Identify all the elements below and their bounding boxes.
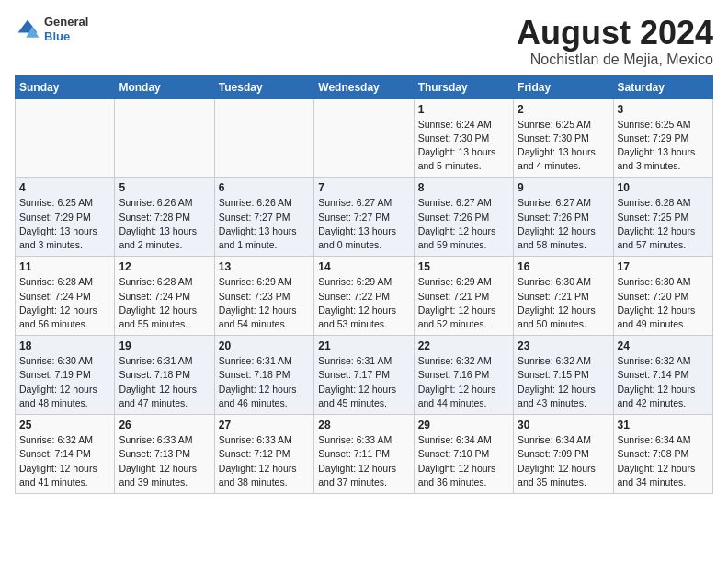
calendar-cell: 31Sunrise: 6:34 AM Sunset: 7:08 PM Dayli…: [613, 415, 712, 494]
calendar-cell: 30Sunrise: 6:34 AM Sunset: 7:09 PM Dayli…: [514, 415, 613, 494]
calendar-cell: [314, 98, 414, 178]
day-info: Sunrise: 6:28 AM Sunset: 7:24 PM Dayligh…: [19, 275, 110, 331]
day-number: 28: [318, 419, 409, 431]
day-number: 31: [618, 419, 709, 431]
day-number: 15: [418, 260, 509, 273]
logo-icon: [15, 17, 40, 42]
day-number: 6: [219, 181, 310, 194]
calendar-cell: 25Sunrise: 6:32 AM Sunset: 7:14 PM Dayli…: [16, 415, 115, 494]
calendar-cell: 10Sunrise: 6:28 AM Sunset: 7:25 PM Dayli…: [613, 178, 712, 257]
day-number: 30: [518, 419, 609, 431]
calendar-cell: 26Sunrise: 6:33 AM Sunset: 7:13 PM Dayli…: [115, 415, 214, 494]
day-info: Sunrise: 6:25 AM Sunset: 7:29 PM Dayligh…: [618, 118, 709, 174]
day-info: Sunrise: 6:29 AM Sunset: 7:23 PM Dayligh…: [219, 275, 310, 331]
day-info: Sunrise: 6:31 AM Sunset: 7:17 PM Dayligh…: [318, 354, 409, 410]
day-info: Sunrise: 6:28 AM Sunset: 7:24 PM Dayligh…: [119, 275, 210, 331]
day-info: Sunrise: 6:32 AM Sunset: 7:14 PM Dayligh…: [618, 354, 709, 410]
calendar-cell: 23Sunrise: 6:32 AM Sunset: 7:15 PM Dayli…: [514, 336, 613, 415]
header-day-friday: Friday: [514, 75, 613, 98]
day-info: Sunrise: 6:27 AM Sunset: 7:26 PM Dayligh…: [518, 196, 609, 252]
calendar-cell: 11Sunrise: 6:28 AM Sunset: 7:24 PM Dayli…: [16, 257, 115, 336]
day-info: Sunrise: 6:32 AM Sunset: 7:14 PM Dayligh…: [19, 433, 110, 489]
calendar-week-row: 18Sunrise: 6:30 AM Sunset: 7:19 PM Dayli…: [16, 336, 713, 415]
calendar-cell: 12Sunrise: 6:28 AM Sunset: 7:24 PM Dayli…: [115, 257, 214, 336]
day-info: Sunrise: 6:33 AM Sunset: 7:11 PM Dayligh…: [318, 433, 409, 489]
header-day-monday: Monday: [115, 75, 214, 98]
day-number: 16: [518, 260, 609, 273]
day-number: 5: [119, 181, 210, 194]
calendar-cell: 5Sunrise: 6:26 AM Sunset: 7:28 PM Daylig…: [115, 178, 214, 257]
day-number: 2: [518, 103, 609, 116]
day-info: Sunrise: 6:29 AM Sunset: 7:22 PM Dayligh…: [318, 275, 409, 331]
day-info: Sunrise: 6:32 AM Sunset: 7:15 PM Dayligh…: [518, 354, 609, 410]
day-number: 3: [618, 103, 709, 116]
day-number: 11: [19, 260, 110, 273]
day-info: Sunrise: 6:33 AM Sunset: 7:12 PM Dayligh…: [219, 433, 310, 489]
day-info: Sunrise: 6:26 AM Sunset: 7:28 PM Dayligh…: [119, 196, 210, 252]
day-info: Sunrise: 6:30 AM Sunset: 7:19 PM Dayligh…: [19, 354, 110, 410]
day-info: Sunrise: 6:25 AM Sunset: 7:30 PM Dayligh…: [518, 118, 609, 174]
day-number: 22: [418, 339, 509, 352]
header-day-tuesday: Tuesday: [214, 75, 313, 98]
day-info: Sunrise: 6:34 AM Sunset: 7:08 PM Dayligh…: [618, 433, 709, 489]
day-info: Sunrise: 6:34 AM Sunset: 7:10 PM Dayligh…: [418, 433, 509, 489]
day-info: Sunrise: 6:34 AM Sunset: 7:09 PM Dayligh…: [518, 433, 609, 489]
day-info: Sunrise: 6:33 AM Sunset: 7:13 PM Dayligh…: [119, 433, 210, 489]
day-info: Sunrise: 6:24 AM Sunset: 7:30 PM Dayligh…: [418, 118, 509, 174]
day-info: Sunrise: 6:30 AM Sunset: 7:20 PM Dayligh…: [618, 275, 709, 331]
calendar-table: SundayMondayTuesdayWednesdayThursdayFrid…: [15, 75, 713, 494]
day-info: Sunrise: 6:25 AM Sunset: 7:29 PM Dayligh…: [19, 196, 110, 252]
calendar-cell: [214, 98, 313, 178]
calendar-cell: 29Sunrise: 6:34 AM Sunset: 7:10 PM Dayli…: [414, 415, 513, 494]
day-info: Sunrise: 6:26 AM Sunset: 7:27 PM Dayligh…: [219, 196, 310, 252]
calendar-location: Nochistlan de Mejia, Mexico: [517, 52, 713, 68]
calendar-week-row: 1Sunrise: 6:24 AM Sunset: 7:30 PM Daylig…: [16, 98, 713, 178]
calendar-week-row: 4Sunrise: 6:25 AM Sunset: 7:29 PM Daylig…: [16, 178, 713, 257]
day-info: Sunrise: 6:32 AM Sunset: 7:16 PM Dayligh…: [418, 354, 509, 410]
day-info: Sunrise: 6:29 AM Sunset: 7:21 PM Dayligh…: [418, 275, 509, 331]
day-number: 4: [19, 181, 110, 194]
day-info: Sunrise: 6:31 AM Sunset: 7:18 PM Dayligh…: [119, 354, 210, 410]
calendar-cell: 27Sunrise: 6:33 AM Sunset: 7:12 PM Dayli…: [214, 415, 313, 494]
day-number: 24: [618, 339, 709, 352]
day-info: Sunrise: 6:27 AM Sunset: 7:26 PM Dayligh…: [418, 196, 509, 252]
calendar-week-row: 11Sunrise: 6:28 AM Sunset: 7:24 PM Dayli…: [16, 257, 713, 336]
header-day-thursday: Thursday: [414, 75, 513, 98]
calendar-cell: 19Sunrise: 6:31 AM Sunset: 7:18 PM Dayli…: [115, 336, 214, 415]
day-number: 27: [219, 419, 310, 431]
calendar-cell: 2Sunrise: 6:25 AM Sunset: 7:30 PM Daylig…: [514, 98, 613, 178]
calendar-cell: 17Sunrise: 6:30 AM Sunset: 7:20 PM Dayli…: [613, 257, 712, 336]
day-number: 10: [618, 181, 709, 194]
day-number: 13: [219, 260, 310, 273]
calendar-cell: 7Sunrise: 6:27 AM Sunset: 7:27 PM Daylig…: [314, 178, 414, 257]
calendar-cell: 16Sunrise: 6:30 AM Sunset: 7:21 PM Dayli…: [514, 257, 613, 336]
day-info: Sunrise: 6:31 AM Sunset: 7:18 PM Dayligh…: [219, 354, 310, 410]
calendar-title: August 2024: [517, 15, 713, 52]
logo: General Blue: [15, 15, 88, 43]
calendar-cell: [115, 98, 214, 178]
day-number: 18: [19, 339, 110, 352]
day-number: 21: [318, 339, 409, 352]
calendar-cell: 4Sunrise: 6:25 AM Sunset: 7:29 PM Daylig…: [16, 178, 115, 257]
calendar-cell: 13Sunrise: 6:29 AM Sunset: 7:23 PM Dayli…: [214, 257, 313, 336]
calendar-cell: 3Sunrise: 6:25 AM Sunset: 7:29 PM Daylig…: [613, 98, 712, 178]
calendar-cell: 14Sunrise: 6:29 AM Sunset: 7:22 PM Dayli…: [314, 257, 414, 336]
day-number: 19: [119, 339, 210, 352]
day-number: 8: [418, 181, 509, 194]
calendar-week-row: 25Sunrise: 6:32 AM Sunset: 7:14 PM Dayli…: [16, 415, 713, 494]
calendar-cell: 8Sunrise: 6:27 AM Sunset: 7:26 PM Daylig…: [414, 178, 513, 257]
calendar-cell: 9Sunrise: 6:27 AM Sunset: 7:26 PM Daylig…: [514, 178, 613, 257]
day-info: Sunrise: 6:27 AM Sunset: 7:27 PM Dayligh…: [318, 196, 409, 252]
calendar-header-row: SundayMondayTuesdayWednesdayThursdayFrid…: [16, 75, 713, 98]
day-number: 12: [119, 260, 210, 273]
logo-general-text: General: [44, 15, 88, 29]
day-number: 7: [318, 181, 409, 194]
calendar-cell: 22Sunrise: 6:32 AM Sunset: 7:16 PM Dayli…: [414, 336, 513, 415]
day-number: 26: [119, 419, 210, 431]
calendar-cell: 24Sunrise: 6:32 AM Sunset: 7:14 PM Dayli…: [613, 336, 712, 415]
day-number: 9: [518, 181, 609, 194]
page-header: General Blue August 2024 Nochistlan de M…: [15, 15, 713, 68]
logo-blue-text: Blue: [44, 29, 88, 44]
title-block: August 2024 Nochistlan de Mejia, Mexico: [517, 15, 713, 68]
calendar-cell: 20Sunrise: 6:31 AM Sunset: 7:18 PM Dayli…: [214, 336, 313, 415]
